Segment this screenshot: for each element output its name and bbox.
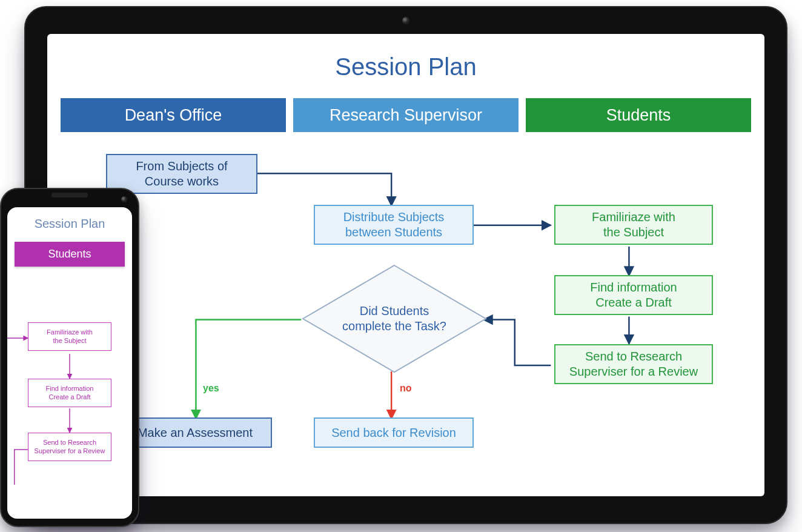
phone-screen: Session Plan Students Familiriaze withth… [7,207,132,519]
node-send-back-revision: Send back for Revision [314,417,474,448]
edge-label-no: no [400,383,412,394]
node-familiarize: Familiriaze withthe Subject [554,205,713,245]
phone-diagram-title: Session Plan [7,217,132,231]
lane-dean: Dean's Office [61,98,286,132]
lane-students: Students [526,98,751,132]
tablet-camera-icon [402,17,409,24]
node-find-information: Find informationCreate a Draft [554,275,713,315]
node-from-subjects: From Subjects ofCourse works [106,154,257,194]
node-decision: Did Studentscomplete the Task? [302,264,487,373]
node-make-assessment: Make an Assessment [118,417,272,448]
phone-device-frame: Session Plan Students Familiriaze withth… [0,188,139,527]
decision-text: Did Studentscomplete the Task? [342,304,446,334]
phone-lane-students: Students [15,242,125,267]
swimlane-headers: Dean's Office Research Supervisor Studen… [61,98,751,132]
flowchart-canvas: From Subjects ofCourse works Distribute … [61,137,751,490]
lane-supervisor: Research Supervisor [293,98,519,132]
phone-camera-icon [121,196,127,202]
phone-node-familiarize: Familiriaze withthe Subject [28,322,111,351]
phone-speaker-icon [51,193,88,198]
phone-node-send-for-review: Send to ResearchSuperviser for a Review [28,433,111,461]
node-send-for-review: Send to ResearchSuperviser for a Review [554,344,713,384]
tablet-screen: Session Plan Dean's Office Research Supe… [47,34,764,496]
edge-label-yes: yes [203,383,219,394]
phone-flowchart-canvas: Familiriaze withthe Subject Find informa… [7,285,132,497]
phone-node-find-information: Find informationCreate a Draft [28,379,111,407]
diagram-title: Session Plan [47,53,764,81]
node-distribute-subjects: Distribute Subjectsbetween Students [314,205,474,245]
